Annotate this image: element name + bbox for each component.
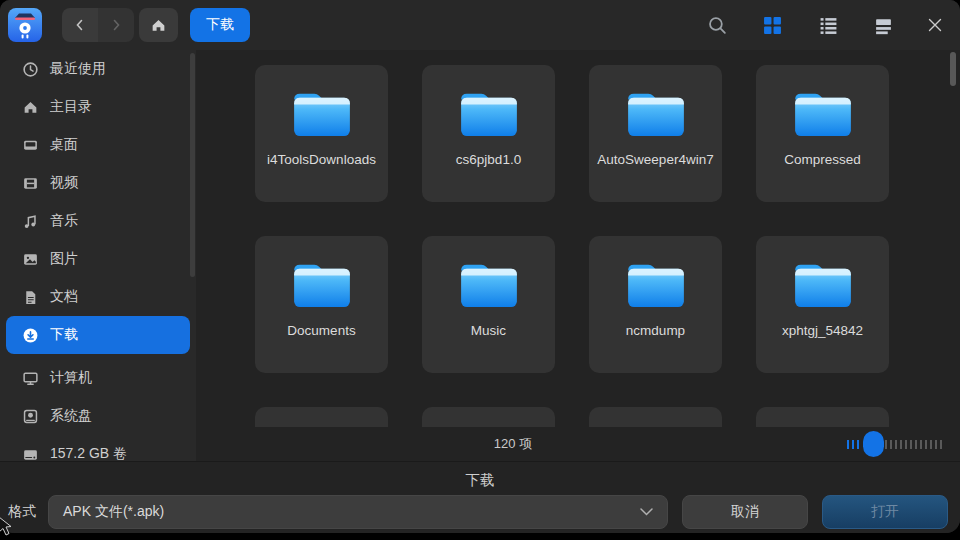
home-icon xyxy=(22,99,39,116)
file-format-select[interactable]: APK 文件(*.apk) xyxy=(48,495,668,529)
folder-name: ncmdump xyxy=(618,322,693,339)
sidebar-scrollbar[interactable] xyxy=(190,53,195,277)
desktop-icon xyxy=(22,137,39,154)
computer-icon xyxy=(22,370,39,387)
sidebar-item-label: 桌面 xyxy=(50,136,78,154)
folder-tile[interactable]: Documents xyxy=(255,236,388,373)
chevron-left-icon xyxy=(72,17,88,33)
compact-view-button[interactable] xyxy=(868,10,898,40)
chevron-down-icon xyxy=(640,508,653,516)
titlebar: 下载 xyxy=(0,0,960,50)
folder-icon xyxy=(291,260,353,310)
folder-name: cs6pjbd1.0 xyxy=(448,151,529,168)
close-icon xyxy=(926,16,944,34)
sidebar-item-label: 下载 xyxy=(50,326,78,344)
sidebar-item-home[interactable]: 主目录 xyxy=(6,88,190,126)
sidebar-item-label: 系统盘 xyxy=(50,407,92,425)
list-view-icon xyxy=(819,16,838,35)
forward-button[interactable] xyxy=(98,8,134,42)
sidebar-item-system-disk[interactable]: 系统盘 xyxy=(6,397,190,435)
sidebar-item-label: 最近使用 xyxy=(50,60,106,78)
sidebar-item-downloads[interactable]: 下载 xyxy=(6,316,190,354)
folder-icon xyxy=(792,89,854,139)
folder-icon xyxy=(625,260,687,310)
file-chooser-dialog: 下载 xyxy=(0,0,960,533)
sidebar-item-label: 主目录 xyxy=(50,98,92,116)
search-button[interactable] xyxy=(702,10,732,40)
home-button[interactable] xyxy=(139,8,178,42)
back-button[interactable] xyxy=(62,8,98,42)
icon-size-slider[interactable] xyxy=(847,427,942,461)
sidebar: 最近使用 主目录 桌面 视频 音乐 xyxy=(0,50,196,461)
folder-tile[interactable]: Music xyxy=(422,236,555,373)
sidebar-item-music[interactable]: 音乐 xyxy=(6,202,190,240)
download-icon xyxy=(22,327,39,344)
folder-tile[interactable]: cs6pjbd1.0 xyxy=(422,65,555,202)
sidebar-item-label: 图片 xyxy=(50,250,78,268)
sidebar-item-recent[interactable]: 最近使用 xyxy=(6,50,190,88)
compact-view-icon xyxy=(874,16,893,35)
sidebar-item-desktop[interactable]: 桌面 xyxy=(6,126,190,164)
slider-ticks-empty xyxy=(885,440,942,449)
current-location-tab[interactable]: 下载 xyxy=(190,8,250,42)
file-manager-app-icon xyxy=(7,7,43,43)
chevron-right-icon xyxy=(108,17,124,33)
content-scrollbar[interactable] xyxy=(950,52,956,86)
home-icon xyxy=(150,17,167,34)
sidebar-item-documents[interactable]: 文档 xyxy=(6,278,190,316)
folder-name: Compressed xyxy=(776,151,869,168)
folder-tile-partial[interactable] xyxy=(589,407,722,427)
folder-tile-partial[interactable] xyxy=(255,407,388,427)
folder-icon xyxy=(458,89,520,139)
list-view-button[interactable] xyxy=(813,10,843,40)
item-count: 120 项 xyxy=(494,435,532,453)
video-icon xyxy=(22,175,39,192)
folder-icon xyxy=(458,260,520,310)
statusbar: 120 项 xyxy=(196,427,960,461)
folder-name: i4ToolsDownloads xyxy=(259,151,384,168)
sidebar-item-pictures[interactable]: 图片 xyxy=(6,240,190,278)
sidebar-item-videos[interactable]: 视频 xyxy=(6,164,190,202)
file-format-value: APK 文件(*.apk) xyxy=(63,503,164,521)
open-button[interactable]: 打开 xyxy=(822,495,948,529)
sidebar-item-label: 文档 xyxy=(50,288,78,306)
mouse-cursor xyxy=(0,516,15,536)
folder-tile[interactable]: i4ToolsDownloads xyxy=(255,65,388,202)
folder-icon xyxy=(792,260,854,310)
dialog-footer: 下载 格式 APK 文件(*.apk) 取消 打开 xyxy=(0,461,960,533)
image-icon xyxy=(22,251,39,268)
disk-icon xyxy=(22,408,39,425)
folder-tile[interactable]: ncmdump xyxy=(589,236,722,373)
search-icon xyxy=(707,15,728,36)
clock-icon xyxy=(22,61,39,78)
sidebar-item-label: 音乐 xyxy=(50,212,78,230)
folder-name: AutoSweeper4win7 xyxy=(589,151,721,168)
sidebar-item-computer[interactable]: 计算机 xyxy=(6,359,190,397)
cancel-button[interactable]: 取消 xyxy=(682,495,808,529)
sidebar-item-label: 计算机 xyxy=(50,369,92,387)
dialog-location-title: 下载 xyxy=(0,471,960,490)
folder-name: xphtgj_54842 xyxy=(774,322,871,339)
folder-icon xyxy=(291,89,353,139)
history-nav-group xyxy=(62,8,134,42)
folder-name: Documents xyxy=(279,322,363,339)
folder-name: Music xyxy=(463,322,514,339)
folder-tile-partial[interactable] xyxy=(756,407,889,427)
close-button[interactable] xyxy=(920,10,950,40)
sidebar-item-label: 视频 xyxy=(50,174,78,192)
folder-icon xyxy=(625,89,687,139)
document-icon xyxy=(22,289,39,306)
music-icon xyxy=(22,213,39,230)
folder-tile[interactable]: Compressed xyxy=(756,65,889,202)
grid-view-icon xyxy=(763,16,782,35)
slider-ticks-filled xyxy=(847,440,862,449)
folder-tile[interactable]: AutoSweeper4win7 xyxy=(589,65,722,202)
folder-tile-partial[interactable] xyxy=(422,407,555,427)
icon-view-button[interactable] xyxy=(757,10,787,40)
file-grid-view: i4ToolsDownloads cs6pjbd1.0 AutoSweeper4… xyxy=(196,50,960,427)
drive-icon xyxy=(22,446,39,463)
folder-tile[interactable]: xphtgj_54842 xyxy=(756,236,889,373)
slider-handle[interactable] xyxy=(863,431,884,457)
